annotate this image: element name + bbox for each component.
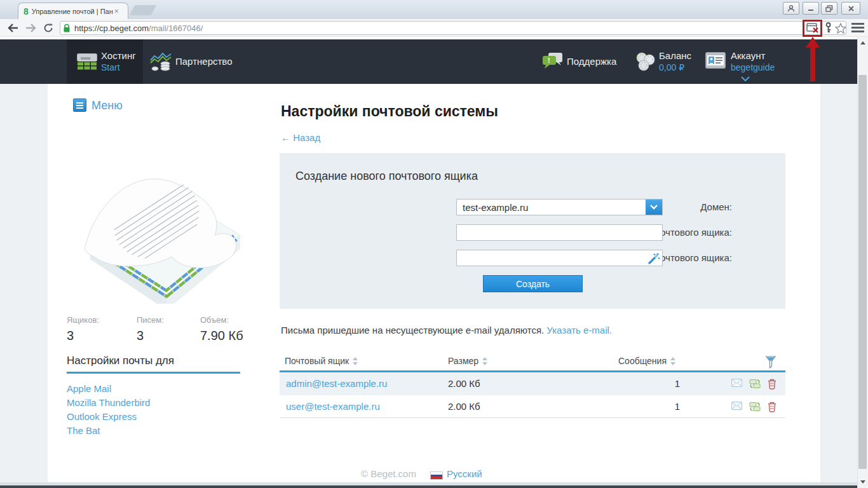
url-text: https://cp.beget.com/mail/1667046/ bbox=[74, 24, 203, 33]
sort-icon bbox=[670, 357, 676, 365]
language-link[interactable]: Русский bbox=[447, 468, 482, 479]
table-row: admin@test-example.ru 2.00 Кб 1 bbox=[280, 372, 785, 395]
copyright: © Beget.com bbox=[361, 468, 416, 479]
stat-volume-label: Объем: bbox=[200, 315, 229, 325]
address-bar[interactable]: https://cp.beget.com/mail/1667046/ bbox=[60, 21, 846, 35]
col-header-mailbox[interactable]: Почтовый ящик bbox=[285, 356, 358, 366]
delete-trash-icon[interactable] bbox=[768, 379, 776, 390]
chevron-down-icon bbox=[650, 205, 658, 210]
page-title: Настройки почтовой системы bbox=[281, 103, 498, 120]
back-button[interactable] bbox=[5, 21, 20, 35]
stat-volume-value: 7.90 Кб bbox=[200, 329, 243, 343]
back-link[interactable]: ← Назад bbox=[281, 132, 320, 143]
navbar-item-hosting[interactable]: www Хостинг Start bbox=[67, 39, 143, 84]
navbar-item-partner[interactable]: Партнерство bbox=[145, 39, 240, 84]
annotation-arrow-head bbox=[806, 37, 820, 48]
taskbar-edge-dark bbox=[0, 485, 857, 488]
account-card-icon bbox=[705, 52, 726, 69]
sidebar-menu-label[interactable]: Меню bbox=[92, 99, 123, 112]
link-mozilla-thunderbird[interactable]: Mozilla Thunderbird bbox=[67, 397, 150, 408]
mailbox-link[interactable]: admin@test-example.ru bbox=[286, 378, 387, 389]
support-chat-icon: ! bbox=[543, 52, 563, 71]
minimize-button[interactable] bbox=[803, 2, 819, 15]
stat-mailboxes-label: Ящиков: bbox=[67, 315, 99, 325]
stat-letters-label: Писем: bbox=[137, 315, 164, 325]
password-key-icon[interactable] bbox=[821, 21, 835, 35]
generate-password-wand-icon[interactable] bbox=[648, 252, 660, 265]
bookmark-star-icon[interactable] bbox=[834, 21, 848, 35]
user-icon bbox=[787, 4, 795, 12]
reload-icon bbox=[43, 23, 53, 33]
mailbox-link[interactable]: user@test-example.ru bbox=[286, 401, 380, 412]
scrollbar-thumb[interactable] bbox=[858, 75, 867, 469]
chevron-down-icon[interactable] bbox=[741, 76, 750, 81]
balance-coins-icon bbox=[635, 52, 656, 71]
domain-select-value: test-example.ru bbox=[463, 202, 528, 213]
russian-flag-icon[interactable] bbox=[430, 471, 443, 480]
filter-icon[interactable] bbox=[766, 356, 776, 371]
profile-button[interactable] bbox=[783, 2, 799, 15]
forward-icon bbox=[25, 24, 36, 32]
forward-button[interactable] bbox=[23, 21, 38, 35]
mailbox-password-input[interactable] bbox=[457, 250, 662, 266]
hamburger-icon bbox=[851, 23, 864, 33]
link-outlook-express[interactable]: Outlook Express bbox=[67, 411, 137, 422]
browser-tab[interactable]: 8 Управление почтой | Пан × bbox=[18, 3, 128, 19]
stat-letters-value: 3 bbox=[137, 329, 144, 343]
webmail-envelope-icon[interactable] bbox=[731, 379, 742, 390]
mail-illustration bbox=[76, 145, 248, 304]
lock-icon[interactable] bbox=[63, 24, 71, 33]
stat-mailboxes-value: 3 bbox=[67, 329, 74, 343]
svg-text:www: www bbox=[80, 56, 91, 60]
mail-settings-heading: Настройки почты для bbox=[67, 355, 174, 367]
notice-text: Письма пришедшие на несуществующие e-mai… bbox=[281, 325, 612, 336]
scroll-down-arrow[interactable] bbox=[858, 478, 867, 486]
annotation-arrow-shaft bbox=[810, 47, 815, 81]
select-arrow-button[interactable] bbox=[646, 200, 662, 215]
mailbox-size: 2.00 Кб bbox=[448, 378, 480, 389]
sort-icon bbox=[482, 357, 488, 365]
browser-titlebar bbox=[0, 0, 868, 19]
create-button[interactable]: Создать bbox=[483, 275, 583, 292]
sidebar-menu-button[interactable] bbox=[73, 98, 86, 112]
create-panel-heading: Создание нового почтового ящика bbox=[295, 170, 478, 183]
tab-title: Управление почтой | Пан bbox=[32, 8, 113, 15]
domain-select[interactable]: test-example.ru bbox=[456, 199, 663, 215]
annotation-highlight-box bbox=[803, 20, 822, 37]
sort-icon bbox=[353, 357, 358, 365]
close-icon bbox=[848, 5, 855, 12]
navbar-item-support[interactable]: ! Поддержка bbox=[539, 39, 621, 84]
mailbox-name-input[interactable] bbox=[457, 225, 662, 240]
partner-chart-coins-icon bbox=[150, 52, 172, 72]
tab-close-icon[interactable]: × bbox=[114, 7, 119, 16]
close-button[interactable] bbox=[841, 2, 860, 15]
col-header-messages[interactable]: Сообщения bbox=[618, 356, 676, 366]
reload-button[interactable] bbox=[41, 21, 56, 35]
delete-trash-icon[interactable] bbox=[768, 402, 776, 412]
mailbox-messages: 1 bbox=[661, 378, 680, 389]
minimize-icon bbox=[808, 5, 814, 11]
restore-icon bbox=[825, 5, 833, 12]
mailbox-messages: 1 bbox=[661, 401, 680, 412]
site-navbar: www Хостинг Start Партнерство ! Поддержк… bbox=[0, 39, 857, 84]
specify-email-link[interactable]: Указать e-mail. bbox=[546, 325, 612, 336]
beget-favicon-icon: 8 bbox=[24, 6, 29, 17]
col-header-size[interactable]: Размер bbox=[448, 356, 488, 366]
menu-button[interactable] bbox=[851, 23, 864, 36]
navbar-item-balance[interactable]: Баланс 0,00 ₽ bbox=[635, 39, 696, 84]
back-icon bbox=[8, 24, 18, 32]
forwarding-icon[interactable] bbox=[749, 402, 761, 412]
table-row: user@test-example.ru 2.00 Кб 1 bbox=[280, 395, 785, 418]
link-the-bat[interactable]: The Bat bbox=[67, 425, 100, 436]
heading-underline bbox=[67, 372, 240, 374]
scroll-up-arrow[interactable] bbox=[858, 39, 867, 47]
webmail-envelope-icon[interactable] bbox=[731, 402, 742, 412]
navbar-item-account[interactable]: Аккаунт begetguide bbox=[705, 39, 785, 84]
mailbox-size: 2.00 Кб bbox=[448, 401, 480, 412]
restore-button[interactable] bbox=[821, 2, 837, 15]
link-apple-mail[interactable]: Apple Mail bbox=[67, 383, 111, 394]
svg-text:!: ! bbox=[548, 57, 550, 64]
forwarding-icon[interactable] bbox=[749, 379, 761, 390]
create-mailbox-panel: Создание нового почтового ящика Домен: t… bbox=[280, 153, 785, 309]
hosting-folder-icon: www bbox=[77, 53, 97, 71]
